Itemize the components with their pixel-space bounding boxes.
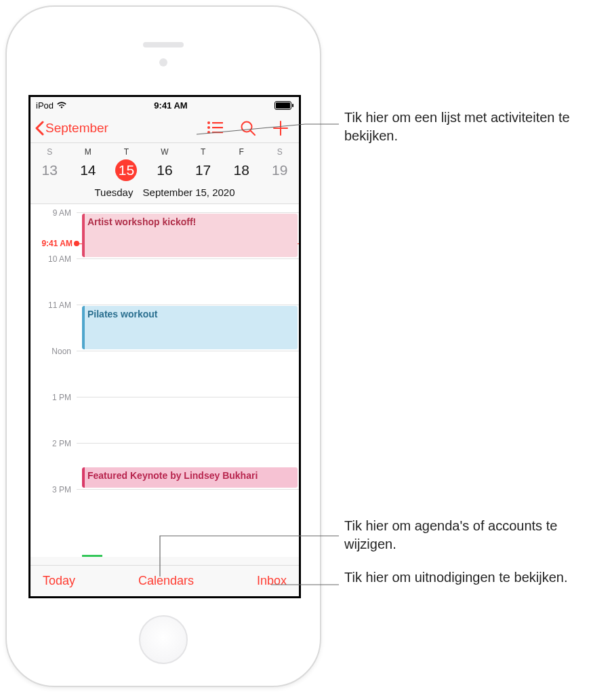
callout-calendars: Tik hier om agenda's of accounts te wijz… <box>344 517 575 553</box>
callout-list: Tik hier om een lijst met activiteiten t… <box>344 109 575 145</box>
callout-inbox: Tik hier om uitnodigingen te bekijken. <box>344 568 575 587</box>
